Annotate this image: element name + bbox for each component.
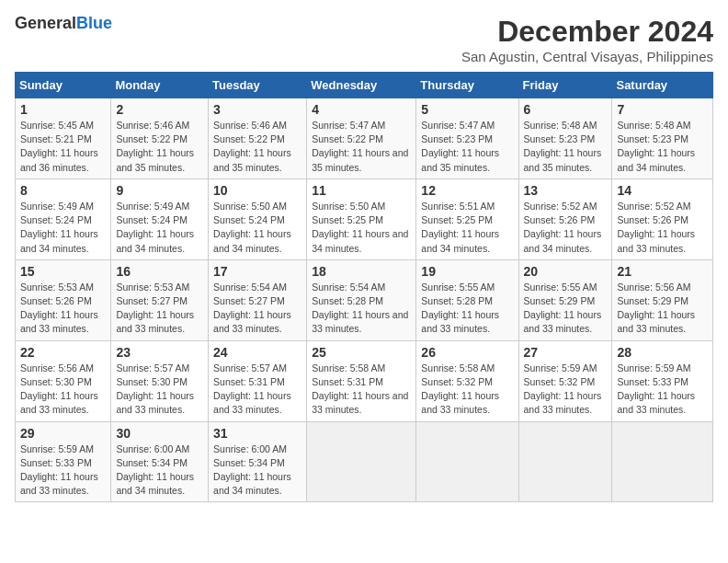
table-row: 29 Sunrise: 5:59 AM Sunset: 5:33 PM Dayl… — [16, 421, 713, 502]
day-info: Sunrise: 5:52 AM Sunset: 5:26 PM Dayligh… — [617, 200, 708, 256]
day-number: 12 — [421, 183, 513, 198]
day-info: Sunrise: 5:47 AM Sunset: 5:23 PM Dayligh… — [421, 119, 513, 175]
col-wednesday: Wednesday — [307, 73, 416, 98]
day-info: Sunrise: 5:59 AM Sunset: 5:33 PM Dayligh… — [617, 362, 708, 418]
list-item — [612, 421, 713, 502]
list-item: 11 Sunrise: 5:50 AM Sunset: 5:25 PM Dayl… — [307, 178, 416, 259]
day-info: Sunrise: 5:49 AM Sunset: 5:24 PM Dayligh… — [116, 200, 203, 256]
list-item: 6 Sunrise: 5:48 AM Sunset: 5:23 PM Dayli… — [518, 98, 612, 179]
col-thursday: Thursday — [416, 73, 518, 98]
day-info: Sunrise: 6:00 AM Sunset: 5:34 PM Dayligh… — [213, 442, 301, 499]
table-row: 1 Sunrise: 5:45 AM Sunset: 5:21 PM Dayli… — [16, 98, 713, 179]
day-info: Sunrise: 5:45 AM Sunset: 5:21 PM Dayligh… — [20, 119, 106, 175]
day-number: 13 — [524, 183, 608, 198]
day-number: 9 — [116, 183, 203, 198]
list-item: 13 Sunrise: 5:52 AM Sunset: 5:26 PM Dayl… — [518, 178, 612, 259]
list-item: 7 Sunrise: 5:48 AM Sunset: 5:23 PM Dayli… — [612, 98, 713, 179]
list-item: 24 Sunrise: 5:57 AM Sunset: 5:31 PM Dayl… — [209, 340, 307, 421]
list-item: 31 Sunrise: 6:00 AM Sunset: 5:34 PM Dayl… — [209, 421, 307, 502]
day-number: 3 — [213, 102, 301, 117]
table-row: 8 Sunrise: 5:49 AM Sunset: 5:24 PM Dayli… — [16, 178, 713, 259]
list-item: 4 Sunrise: 5:47 AM Sunset: 5:22 PM Dayli… — [307, 98, 416, 179]
day-info: Sunrise: 5:50 AM Sunset: 5:24 PM Dayligh… — [213, 200, 301, 256]
col-sunday: Sunday — [16, 73, 111, 98]
day-info: Sunrise: 5:55 AM Sunset: 5:29 PM Dayligh… — [524, 281, 608, 337]
day-number: 8 — [20, 183, 106, 198]
day-info: Sunrise: 6:00 AM Sunset: 5:34 PM Dayligh… — [116, 442, 203, 499]
list-item: 21 Sunrise: 5:56 AM Sunset: 5:29 PM Dayl… — [612, 259, 713, 340]
day-number: 11 — [312, 183, 411, 198]
day-info: Sunrise: 5:56 AM Sunset: 5:30 PM Dayligh… — [20, 362, 106, 418]
day-number: 18 — [312, 264, 411, 279]
header-row: Sunday Monday Tuesday Wednesday Thursday… — [16, 73, 713, 98]
day-info: Sunrise: 5:53 AM Sunset: 5:27 PM Dayligh… — [116, 281, 203, 337]
col-friday: Friday — [518, 73, 612, 98]
day-number: 31 — [213, 426, 301, 441]
day-info: Sunrise: 5:55 AM Sunset: 5:28 PM Dayligh… — [421, 281, 513, 337]
day-number: 16 — [116, 264, 203, 279]
list-item — [518, 421, 612, 502]
day-info: Sunrise: 5:47 AM Sunset: 5:22 PM Dayligh… — [312, 119, 411, 175]
list-item: 15 Sunrise: 5:53 AM Sunset: 5:26 PM Dayl… — [16, 259, 111, 340]
day-info: Sunrise: 5:48 AM Sunset: 5:23 PM Dayligh… — [524, 119, 608, 175]
list-item — [416, 421, 518, 502]
list-item: 10 Sunrise: 5:50 AM Sunset: 5:24 PM Dayl… — [209, 178, 307, 259]
page-subtitle: San Agustin, Central Visayas, Philippine… — [461, 49, 713, 64]
table-row: 15 Sunrise: 5:53 AM Sunset: 5:26 PM Dayl… — [16, 259, 713, 340]
day-info: Sunrise: 5:52 AM Sunset: 5:26 PM Dayligh… — [524, 200, 608, 256]
title-area: December 2024 San Agustin, Central Visay… — [461, 15, 713, 64]
list-item: 5 Sunrise: 5:47 AM Sunset: 5:23 PM Dayli… — [416, 98, 518, 179]
list-item — [307, 421, 416, 502]
list-item: 29 Sunrise: 5:59 AM Sunset: 5:33 PM Dayl… — [16, 421, 111, 502]
day-number: 23 — [116, 345, 203, 360]
col-tuesday: Tuesday — [209, 73, 307, 98]
day-info: Sunrise: 5:53 AM Sunset: 5:26 PM Dayligh… — [20, 281, 106, 337]
list-item: 14 Sunrise: 5:52 AM Sunset: 5:26 PM Dayl… — [612, 178, 713, 259]
list-item: 17 Sunrise: 5:54 AM Sunset: 5:27 PM Dayl… — [209, 259, 307, 340]
day-number: 17 — [213, 264, 301, 279]
list-item: 16 Sunrise: 5:53 AM Sunset: 5:27 PM Dayl… — [111, 259, 209, 340]
day-number: 28 — [617, 345, 708, 360]
day-number: 24 — [213, 345, 301, 360]
day-number: 6 — [524, 102, 608, 117]
day-number: 27 — [524, 345, 608, 360]
day-info: Sunrise: 5:54 AM Sunset: 5:27 PM Dayligh… — [213, 281, 301, 337]
day-info: Sunrise: 5:56 AM Sunset: 5:29 PM Dayligh… — [617, 281, 708, 337]
day-info: Sunrise: 5:51 AM Sunset: 5:25 PM Dayligh… — [421, 200, 513, 256]
list-item: 19 Sunrise: 5:55 AM Sunset: 5:28 PM Dayl… — [416, 259, 518, 340]
logo: GeneralBlue — [15, 15, 112, 33]
list-item: 18 Sunrise: 5:54 AM Sunset: 5:28 PM Dayl… — [307, 259, 416, 340]
day-number: 19 — [421, 264, 513, 279]
day-info: Sunrise: 5:59 AM Sunset: 5:32 PM Dayligh… — [524, 362, 608, 418]
list-item: 30 Sunrise: 6:00 AM Sunset: 5:34 PM Dayl… — [111, 421, 209, 502]
list-item: 8 Sunrise: 5:49 AM Sunset: 5:24 PM Dayli… — [16, 178, 111, 259]
list-item: 22 Sunrise: 5:56 AM Sunset: 5:30 PM Dayl… — [16, 340, 111, 421]
list-item: 1 Sunrise: 5:45 AM Sunset: 5:21 PM Dayli… — [16, 98, 111, 179]
day-number: 14 — [617, 183, 708, 198]
day-info: Sunrise: 5:48 AM Sunset: 5:23 PM Dayligh… — [617, 119, 708, 175]
day-number: 30 — [116, 426, 203, 441]
day-number: 2 — [116, 102, 203, 117]
day-number: 22 — [20, 345, 106, 360]
day-info: Sunrise: 5:54 AM Sunset: 5:28 PM Dayligh… — [312, 281, 411, 337]
day-info: Sunrise: 5:46 AM Sunset: 5:22 PM Dayligh… — [116, 119, 203, 175]
col-saturday: Saturday — [612, 73, 713, 98]
day-info: Sunrise: 5:49 AM Sunset: 5:24 PM Dayligh… — [20, 200, 106, 256]
col-monday: Monday — [111, 73, 209, 98]
day-info: Sunrise: 5:58 AM Sunset: 5:32 PM Dayligh… — [421, 362, 513, 418]
page-header: GeneralBlue December 2024 San Agustin, C… — [15, 15, 713, 64]
day-number: 20 — [524, 264, 608, 279]
list-item: 20 Sunrise: 5:55 AM Sunset: 5:29 PM Dayl… — [518, 259, 612, 340]
list-item: 27 Sunrise: 5:59 AM Sunset: 5:32 PM Dayl… — [518, 340, 612, 421]
day-number: 4 — [312, 102, 411, 117]
day-info: Sunrise: 5:58 AM Sunset: 5:31 PM Dayligh… — [312, 362, 411, 418]
day-info: Sunrise: 5:57 AM Sunset: 5:30 PM Dayligh… — [116, 362, 203, 418]
calendar-table: Sunday Monday Tuesday Wednesday Thursday… — [15, 72, 713, 502]
list-item: 9 Sunrise: 5:49 AM Sunset: 5:24 PM Dayli… — [111, 178, 209, 259]
day-number: 10 — [213, 183, 301, 198]
day-number: 25 — [312, 345, 411, 360]
day-number: 7 — [617, 102, 708, 117]
day-info: Sunrise: 5:59 AM Sunset: 5:33 PM Dayligh… — [20, 442, 106, 499]
page-title: December 2024 — [461, 15, 713, 49]
list-item: 12 Sunrise: 5:51 AM Sunset: 5:25 PM Dayl… — [416, 178, 518, 259]
